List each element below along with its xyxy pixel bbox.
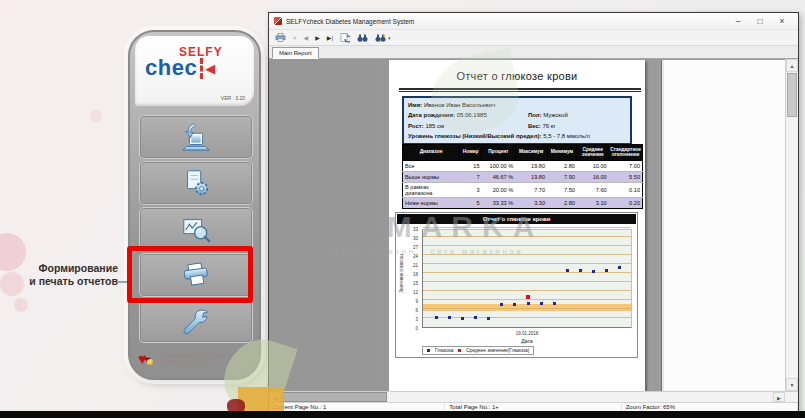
glucose-data-point (592, 270, 595, 273)
value-cell: 2.80 (547, 197, 577, 208)
value-cell: 7.90 (547, 171, 577, 182)
scroll-right-arrow[interactable]: ▶ (773, 392, 785, 402)
decor-pink-dot (90, 110, 102, 122)
glucose-data-point (553, 302, 556, 305)
legend-mean-label: Среднее значение(Глюкоза) (466, 348, 529, 353)
app-icon (274, 17, 282, 25)
y-tick-label: 27 (406, 245, 418, 250)
column-header: Процент (482, 145, 516, 161)
prev-page-icon[interactable]: ◀ (304, 34, 309, 41)
search-expert-icon[interactable] (375, 34, 386, 42)
export-refresh-icon[interactable] (340, 33, 350, 43)
copyright-line2: ltd.All rights reserved (161, 360, 223, 366)
range-cell: В рамках диапазона (403, 182, 460, 197)
minimize-button[interactable]: – (727, 14, 749, 29)
glucose-chart: Отчет о глюкозе крови Значение глюкозы 0… (395, 212, 638, 358)
close-view-icon[interactable]: × (293, 35, 297, 41)
value-cell: 3.10 (577, 197, 609, 208)
sidebar-button-column (139, 115, 253, 345)
column-header: Стандартное отклонение (609, 145, 643, 161)
find-binoculars-icon[interactable] (357, 34, 368, 42)
chart-yticks: 03691215182124273033 (406, 229, 420, 328)
glucose-data-point (461, 317, 464, 320)
glucose-data-point (487, 317, 490, 320)
patient-sex-value: Мужской (543, 112, 568, 118)
last-page-icon[interactable]: ▶| (327, 34, 333, 41)
chart-legend: Глюкоза Среднее значение(Глюкоза) (422, 346, 534, 355)
gridline (423, 281, 631, 282)
y-tick-label: 24 (406, 254, 418, 259)
column-header: Минимум (547, 145, 577, 161)
scroll-down-arrow[interactable]: ▼ (786, 378, 798, 391)
gridline (423, 299, 631, 300)
patient-weight-label: Вес: (528, 123, 541, 129)
gridline (423, 317, 631, 318)
data-review-button[interactable] (139, 207, 253, 251)
value-cell: 7.00 (609, 160, 643, 171)
heart-logo-icon: ♥♥ (138, 352, 158, 368)
chart-plot (422, 229, 632, 328)
value-cell: 7.70 (515, 182, 547, 197)
y-tick-label: 15 (406, 281, 418, 286)
vertical-scroll-thumb[interactable] (787, 73, 797, 117)
y-tick-label: 3 (406, 317, 418, 322)
column-header: Диапазон (403, 145, 460, 161)
y-tick-label: 6 (406, 308, 418, 313)
glucose-data-point (540, 302, 543, 305)
print-icon[interactable] (275, 33, 286, 42)
logo-dashed-line (200, 58, 203, 79)
tab-main-report[interactable]: Main Report (272, 47, 319, 59)
close-button[interactable]: × (771, 14, 793, 29)
patient-sex-label: Пол: (528, 112, 542, 118)
value-cell: 46.67 % (482, 171, 516, 182)
data-download-button[interactable] (139, 115, 253, 159)
data-review-icon (179, 214, 213, 244)
value-cell: 33.33 % (482, 197, 516, 208)
value-cell: 7.50 (547, 182, 577, 197)
gridline (423, 254, 631, 255)
value-cell: 2.80 (547, 160, 577, 171)
vertical-scrollbar[interactable]: ▲ ▼ (785, 59, 798, 391)
chart-title: Отчет о глюкозе крови (397, 214, 636, 224)
logo-check-text: chec (145, 55, 197, 81)
patient-height-label: Рост: (408, 123, 424, 129)
y-tick-label: 18 (406, 272, 418, 277)
glucose-data-point (605, 269, 608, 272)
legend-glucose-swatch (427, 349, 430, 352)
y-tick-label: 30 (406, 236, 418, 241)
y-tick-label: 9 (406, 299, 418, 304)
column-header: Максимум (515, 145, 547, 161)
tools-button[interactable] (139, 299, 253, 343)
legend-mean-swatch (458, 349, 461, 352)
logo-arrow-icon: ◀ (205, 61, 215, 76)
range-cell: Все (403, 160, 460, 171)
annotation-highlight-box (127, 246, 253, 303)
legend-glucose-label: Глюкоза (435, 348, 453, 353)
annotation-label: Формирование и печать отчетов (4, 262, 118, 287)
glucose-range-label: Уровень глюкозы (Низкий/Высокий предел): (408, 133, 541, 139)
scroll-up-arrow[interactable]: ▲ (786, 59, 798, 72)
horizontal-scrollbar[interactable]: ◀ ▶ (269, 391, 798, 402)
tab-strip: Main Report (269, 46, 798, 59)
annotation-line1: Формирование (4, 262, 118, 275)
value-cell: 5.50 (609, 171, 643, 182)
decor-pink-dot (14, 298, 28, 312)
gridline (423, 290, 631, 291)
glucose-data-point (448, 316, 451, 319)
annotation-line2: и печать отчетов (4, 275, 118, 288)
report-settings-button[interactable] (139, 161, 253, 205)
glucose-data-point (579, 269, 582, 272)
horizontal-scroll-thumb[interactable] (281, 392, 387, 402)
viewer-toolbar: × ◀ ▶ ▶| ▾ (269, 30, 798, 46)
zoom-dropdown-caret[interactable]: ▾ (388, 35, 391, 41)
next-page-edge (661, 60, 785, 391)
next-page-icon[interactable]: ▶ (315, 34, 320, 41)
range-cell: Ниже нормы (403, 197, 460, 208)
window-title: SELFYcheck Diabetes Management System (286, 18, 727, 25)
report-title: Отчет о глюкозе крови (389, 70, 645, 82)
report-window: SELFYcheck Diabetes Management System – … (268, 12, 799, 414)
data-download-icon (179, 122, 213, 152)
y-tick-label: 21 (406, 263, 418, 268)
tools-icon (179, 306, 213, 336)
maximize-button[interactable]: □ (749, 14, 771, 29)
